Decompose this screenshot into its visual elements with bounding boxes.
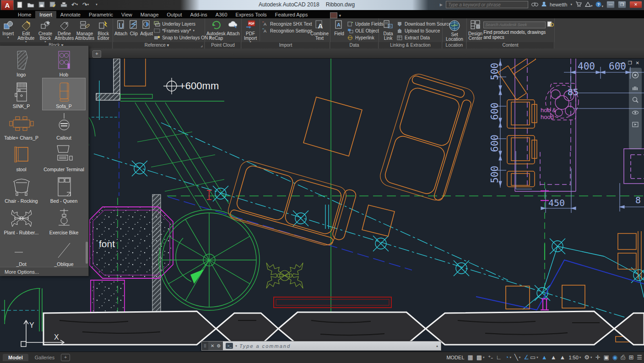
palette-item-bed-queen[interactable]: Bed - Queen	[43, 173, 85, 205]
qat-customize-icon[interactable]: ▾	[92, 0, 101, 9]
palette-item-dot[interactable]: _Dot	[0, 236, 43, 268]
panel-label-import[interactable]: Import	[242, 42, 330, 49]
galleries-tab[interactable]: Galleries	[29, 354, 60, 361]
underlay-layers-button[interactable]: Underlay Layers	[154, 21, 208, 27]
annotation-scale-person-icon[interactable]: ▲	[560, 352, 566, 363]
tab-featured-apps[interactable]: Featured Apps	[271, 11, 312, 18]
showmotion-icon[interactable]	[632, 122, 639, 127]
units-icon[interactable]: ▣	[603, 352, 609, 363]
recognize-shx-text-button[interactable]: A Recognize SHX Text	[262, 21, 309, 27]
new-drawing-tab-button[interactable]: +	[92, 50, 101, 58]
autodesk-alerts-icon[interactable]: ▾	[585, 2, 593, 8]
tab-manage[interactable]: Manage	[136, 11, 163, 18]
reference-dialog-launcher-icon[interactable]: ⌟	[200, 42, 203, 48]
new-layout-tab-button[interactable]: +	[61, 354, 70, 361]
minimize-button[interactable]: —	[606, 1, 615, 8]
orbit-icon[interactable]	[632, 109, 639, 116]
palette-item-logo[interactable]: logo	[0, 47, 43, 78]
infocenter-search-input[interactable]	[446, 1, 528, 8]
open-file-icon[interactable]	[27, 0, 35, 9]
attach-button[interactable]: Attach	[114, 19, 127, 36]
plot-icon[interactable]	[60, 0, 68, 9]
search-binoculars-icon[interactable]	[531, 2, 538, 8]
polar-tracking-icon[interactable]: ◔▾	[505, 352, 511, 363]
snap-mode-icon[interactable]: ▩▾	[476, 352, 485, 363]
command-expand-icon[interactable]: ▴	[436, 344, 438, 348]
navwheel-icon[interactable]	[632, 71, 639, 79]
object-snap-tracking-icon[interactable]: ∠▭▾	[524, 352, 538, 363]
redo-icon[interactable]: ↷▾	[81, 0, 90, 9]
data-link-button[interactable]: Data Link	[380, 19, 396, 41]
save-icon[interactable]	[38, 0, 46, 9]
isodraft-icon[interactable]: ╲▾	[514, 352, 520, 363]
zoom-icon[interactable]	[632, 96, 639, 103]
palette-item-sofa-p[interactable]: Sofa_P	[43, 78, 85, 110]
drawing-canvas[interactable]: +600mm font	[0, 59, 644, 352]
annotation-monitor-icon[interactable]: ✛	[595, 352, 600, 363]
clean-screen-icon[interactable]: ⊞	[628, 352, 633, 363]
signin-user-icon[interactable]	[541, 1, 547, 8]
edit-attribute-button[interactable]: Edit Attribute▾	[16, 19, 36, 43]
user-menu-caret-icon[interactable]: ▾	[570, 3, 572, 6]
dwg-restore-icon[interactable]: ❐	[628, 60, 632, 65]
command-customize-icon[interactable]: ⚙	[216, 343, 221, 348]
plot-status-icon[interactable]: ⎙	[621, 352, 625, 363]
seek-search-button[interactable]	[547, 21, 554, 29]
extract-data-button[interactable]: Extract Data	[397, 34, 441, 41]
palette-item-plant-rubber[interactable]: Plant - Rubber...	[0, 205, 43, 236]
combine-text-button[interactable]: A Combine Text	[310, 19, 329, 41]
recent-commands-caret-icon[interactable]: ▾	[235, 345, 237, 347]
palette-more-options[interactable]: More Options...	[0, 267, 88, 276]
tab-view[interactable]: View	[117, 11, 136, 18]
panel-label-linking[interactable]: Linking & Extraction	[379, 42, 442, 49]
save-as-icon[interactable]	[49, 0, 57, 9]
frames-vary-dropdown[interactable]: *Frames vary*▾	[154, 27, 208, 34]
dwg-close-icon[interactable]: ✕	[636, 60, 639, 65]
dynamic-input-icon[interactable]: ⁺˗	[488, 352, 493, 363]
palette-item-sink-p[interactable]: SINK_P	[0, 78, 43, 110]
tab-parametric[interactable]: Parametric	[85, 11, 117, 18]
insert-block-button[interactable]: Insert▾	[1, 19, 15, 39]
model-tab[interactable]: Model	[3, 354, 28, 361]
customization-menu-icon[interactable]: ☰	[637, 352, 642, 363]
palette-item-oblique[interactable]: _Oblique	[43, 236, 85, 268]
palette-item-chair-rocking[interactable]: Chair - Rocking	[0, 173, 43, 205]
upload-to-source-button[interactable]: Upload to Source	[397, 27, 441, 34]
panel-label-data[interactable]: Data	[330, 42, 379, 49]
command-input[interactable]: >_ ▾ Type a command ▴	[223, 341, 441, 350]
annotation-scale-value[interactable]: 1:50▾	[568, 355, 581, 360]
username-label[interactable]: hewetth	[550, 2, 568, 7]
tab-add-ins[interactable]: Add-ins	[186, 11, 211, 18]
command-line-grip[interactable]: ⣿	[202, 341, 208, 350]
workspace-switching-icon[interactable]: ⚙▾	[584, 352, 592, 363]
panel-label-location[interactable]: Location	[443, 42, 466, 49]
tab-output[interactable]: Output	[163, 11, 186, 18]
ortho-mode-icon[interactable]: ∟	[496, 352, 502, 363]
autodesk-seek-search-input[interactable]	[483, 22, 546, 28]
tab-a360[interactable]: A360	[211, 11, 232, 18]
autodesk-recap-button[interactable]: Autodesk ReCap	[206, 19, 226, 41]
tab-home[interactable]: Home	[14, 11, 35, 18]
design-center-button[interactable]: Design Center	[468, 19, 482, 41]
pdf-import-button[interactable]: PDF PDF Import▾	[243, 19, 258, 43]
annotation-visibility-icon[interactable]: ▲	[541, 352, 547, 363]
restore-button[interactable]: ❐	[618, 1, 626, 8]
navigation-bar[interactable]	[629, 68, 642, 149]
palette-item-computer-terminal[interactable]: Computer Terminal	[43, 141, 85, 173]
recognition-settings-button[interactable]: A Recognition Settings	[262, 27, 309, 34]
create-block-button[interactable]: Create Block▾	[37, 19, 54, 43]
field-button[interactable]: A Field	[332, 19, 346, 36]
space-label[interactable]: MODEL	[446, 355, 464, 360]
help-icon[interactable]: ?▾	[595, 1, 603, 8]
update-fields-button[interactable]: Update Fields	[347, 21, 377, 27]
adjust-button[interactable]: Adjust	[140, 19, 153, 36]
palette-item-table-chairs-p[interactable]: Table+ Chars_P	[0, 110, 43, 141]
ole-object-button[interactable]: OLE Object	[347, 27, 377, 34]
undo-icon[interactable]: ↶▾	[70, 0, 79, 9]
download-from-source-button[interactable]: Download from Source	[397, 21, 441, 27]
app-store-cart-icon[interactable]	[575, 1, 582, 8]
tab-annotate[interactable]: Annotate	[56, 11, 85, 18]
palette-item-callout[interactable]: Callout	[43, 110, 85, 141]
panel-label-point-cloud[interactable]: Point Cloud	[205, 42, 241, 49]
pan-hand-icon[interactable]	[632, 84, 639, 91]
